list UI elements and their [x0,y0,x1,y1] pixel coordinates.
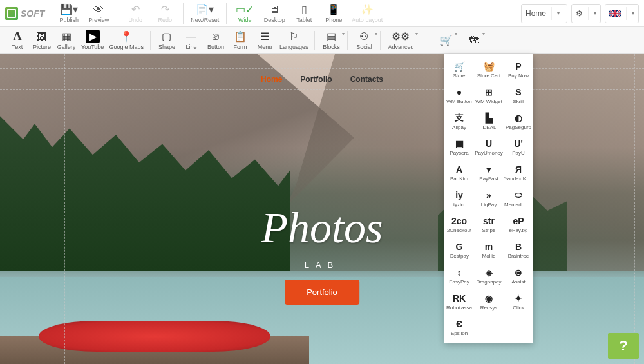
easypay-icon: ↕ [457,267,462,278]
payment-option-mercadopago[interactable]: ⬭MercadoPago [504,186,533,211]
gallery-icon: ▦ [62,31,71,43]
line-icon: ― [186,31,196,43]
payment-option-skrill[interactable]: SSkrill [504,82,533,108]
insert-youtube-button[interactable]: ▶YouTube [79,28,106,53]
undo-button[interactable]: ↶ Undo [121,1,149,26]
chevron-down-icon: ▾ [551,7,560,20]
insert-gallery-button[interactable]: ▦Gallery [54,28,79,53]
logo[interactable]: SOFT [5,7,44,20]
top-actions-primary: 💾▾ Publish 👁 Preview [55,1,113,26]
payment-option-gestpay[interactable]: GGestpay [444,237,474,263]
store-icon: 🛒 [454,61,465,72]
tablet-viewport-button[interactable]: ▯ Tablet [290,1,318,26]
payment-option--iyzico[interactable]: iy.iyzico [444,186,474,211]
insert-button-button[interactable]: ⎚Button [204,28,228,53]
logo-icon [5,7,18,20]
insert-text-button[interactable]: AText [5,28,30,53]
payment-option-redsys[interactable]: ◉Redsys [474,289,504,314]
insert-picture-button[interactable]: 🖼Picture [30,28,54,53]
site-navigation: Home Portfolio Contacts [0,75,644,84]
language-dropdown[interactable]: ▾ [605,4,639,23]
payment-option-assist[interactable]: ⊜Assist [504,263,533,289]
wm-widget-icon: ⊞ [485,87,493,97]
payment-option-2checkout[interactable]: 2co2Checkout [444,211,474,237]
phone-viewport-button[interactable]: 📱 Phone [319,1,348,26]
insert-line-button[interactable]: ―Line [179,28,204,53]
payment-option-stripe[interactable]: strStripe [474,211,504,237]
payment-option-store[interactable]: 🛒Store [444,57,474,82]
payment-option-epay-bg[interactable]: ePePay.bg [504,211,533,237]
payment-option-store-cart[interactable]: 🧺Store Cart [474,57,504,82]
button-icon: ⎚ [213,31,219,43]
payment-option-wm-button[interactable]: ●WM Button [444,82,474,108]
top-actions-history: ↶ Undo ↷ Redo [121,1,179,26]
insert-menu-button[interactable]: ☰Menu [252,28,277,53]
payment-option-buy-now[interactable]: PBuy Now [504,57,533,82]
payment-option-payumoney[interactable]: UPayUmoney [474,134,504,160]
top-actions-viewport: ▭✓ Wide 🖥 Desktop ▯ Tablet 📱 Phone ✨ Aut… [231,1,385,26]
insert-shape-button[interactable]: ▢Shape [155,28,179,53]
insert-cart-button[interactable]: 🛒 [437,28,456,53]
baokim-icon: A [456,164,462,175]
top-toolbar: SOFT 💾▾ Publish 👁 Preview ↶ Undo ↷ Redo … [0,0,644,27]
insert-languages-button[interactable]: ⚐Languages [277,28,311,53]
liqpay-icon: » [486,190,491,200]
page-selector-dropdown[interactable]: Home ▾ [521,4,567,23]
payment-option-ideal[interactable]: ▙iDEAL [474,108,504,134]
gestpay-icon: G [456,242,463,252]
payment-option-baokim[interactable]: ABaoKim [444,160,474,186]
payment-option-wm-widget[interactable]: ⊞WM Widget [474,82,504,108]
redo-button[interactable]: ↷ Redo [151,1,179,26]
hero-subtitle[interactable]: LAB [0,260,644,270]
payment-option-payu[interactable]: U'PayU [504,134,533,160]
map-pin-icon: 📍 [120,31,133,43]
skrill-icon: S [515,87,521,97]
insert-social-button[interactable]: ⚇Social [352,28,376,53]
mercadopago-icon: ⬭ [515,190,522,200]
editor-canvas[interactable]: Home Portfolio Contacts Photos LAB Portf… [0,54,644,364]
insert-map-button[interactable]: 🗺 [464,28,484,53]
divider [183,3,184,24]
hero-cta-button[interactable]: Portfolio [285,280,359,305]
payment-option-click[interactable]: ✦Click [504,289,533,314]
document-icon: 📄▾ [196,4,214,15]
wide-viewport-button[interactable]: ▭✓ Wide [231,1,259,26]
payment-option-paysera[interactable]: ▣Paysera [444,134,474,160]
payment-option-robokassa[interactable]: RKRobokassa [444,289,474,314]
payment-option-liqpay[interactable]: »LiqPay [474,186,504,211]
store-cart-icon: 🧺 [484,61,495,72]
payment-option-pagseguro[interactable]: ◐PagSeguro [504,108,533,134]
nav-contacts[interactable]: Contacts [350,75,383,84]
pagseguro-icon: ◐ [515,113,522,123]
desktop-icon: 🖥 [269,4,279,15]
help-button[interactable]: ? [608,333,639,359]
gears-icon: ⚙⚙ [392,31,410,43]
auto-layout-button[interactable]: ✨ Auto Layout [349,1,385,26]
settings-dropdown[interactable]: ⚙ ▾ [571,4,601,23]
divider [421,31,421,50]
insert-blocks-button[interactable]: ▤Blocks [319,28,343,53]
payment-option-epsilon[interactable]: ЄEpsilon [444,314,474,340]
desktop-viewport-button[interactable]: 🖥 Desktop [260,1,289,26]
payment-option-alipay[interactable]: 支Alipay [444,108,474,134]
nav-home[interactable]: Home [261,75,282,84]
new-reset-button[interactable]: 📄▾ New/Reset [187,1,222,26]
buy-now-icon: P [515,61,521,72]
youtube-icon: ▶ [86,31,100,43]
payment-option-easypay[interactable]: ↕EasyPay [444,263,474,289]
payment-option-braintree[interactable]: BBraintree [504,237,533,263]
publish-button[interactable]: 💾▾ Publish [55,1,83,26]
cart-icon: 🛒 [440,35,453,46]
tablet-icon: ▯ [301,4,307,15]
insert-advanced-button[interactable]: ⚙⚙Advanced [384,28,417,53]
payment-option-yandex-kassa[interactable]: ЯYandex Kassa [504,160,533,186]
payment-option-payfast[interactable]: ▼PayFast [474,160,504,186]
preview-button[interactable]: 👁 Preview [84,1,113,26]
nav-portfolio[interactable]: Portfolio [300,75,332,84]
insert-googlemaps-button[interactable]: 📍Google Maps [106,28,146,53]
insert-form-button[interactable]: 📋Form [228,28,252,53]
payment-option-dragonpay[interactable]: ◈Dragonpay [474,263,504,289]
mollie-icon: m [485,242,493,252]
payment-option-mollie[interactable]: mMollie [474,237,504,263]
hero-title[interactable]: Photos [0,202,644,253]
